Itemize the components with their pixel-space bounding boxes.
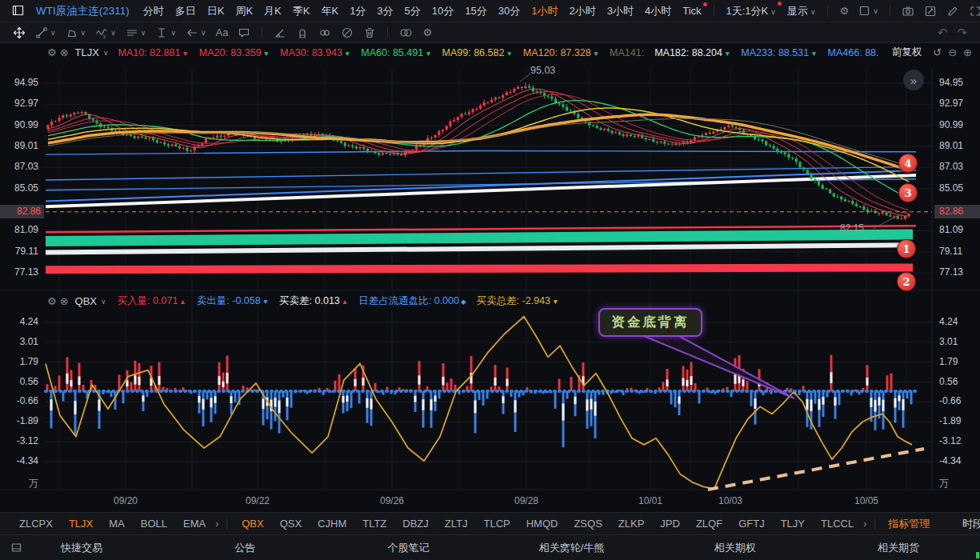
ma-value-MA141[interactable]: MA141: <box>610 47 644 58</box>
ma-value-MA10[interactable]: MA10: 82.881▼ <box>118 47 189 58</box>
link-chain-icon[interactable] <box>318 26 331 39</box>
timeframe-30分[interactable]: 30分 <box>498 4 520 18</box>
timeframe-10分[interactable]: 10分 <box>432 4 454 18</box>
composite-interval-button[interactable]: 1天:1分K∨ <box>726 4 776 18</box>
timeframe-月K[interactable]: 月K <box>264 4 282 18</box>
pencil-icon[interactable] <box>946 5 959 18</box>
measure-tool-icon[interactable]: ∨ <box>155 26 176 39</box>
timeframe-周K[interactable]: 周K <box>235 4 253 18</box>
timeframe-分时[interactable]: 分时 <box>143 4 164 18</box>
fullscreen-icon[interactable] <box>969 5 980 18</box>
symbol-title[interactable]: WTI原油主连(2311) <box>36 4 130 18</box>
tab-TLCP[interactable]: TLCP <box>483 518 510 530</box>
sequence-badge-4[interactable]: 4 <box>898 154 918 173</box>
sub-settings-gear-icon[interactable]: ⚙ <box>47 295 57 307</box>
adjust-mode-label[interactable]: 前复权 <box>892 46 922 59</box>
timeframe-1分[interactable]: 1分 <box>350 4 366 18</box>
chevron-down-icon[interactable]: ∨ <box>101 298 106 306</box>
tab-ZLQF[interactable]: ZLQF <box>696 518 722 530</box>
tab-QBX[interactable]: QBX <box>242 518 263 530</box>
trash-icon[interactable] <box>363 26 376 39</box>
indicator-name[interactable]: TLJX <box>75 46 99 58</box>
tab-GFTJ[interactable]: GFTJ <box>738 518 765 530</box>
timeframe-日K[interactable]: 日K <box>207 4 225 18</box>
footer-window-icon[interactable] <box>11 542 22 553</box>
timeframe-1小时[interactable]: 1小时 <box>531 4 558 18</box>
timeframe-年K[interactable]: 年K <box>321 4 338 18</box>
ma-value-MA30[interactable]: MA30: 83.943▼ <box>280 47 350 58</box>
tab-EMA[interactable]: EMA <box>183 518 206 530</box>
cursor-move-icon[interactable] <box>13 26 26 39</box>
tab-JPD[interactable]: JPD <box>660 518 680 530</box>
display-menu[interactable]: 显示∨ <box>787 4 816 18</box>
sidebar-toggle-icon[interactable] <box>11 4 25 18</box>
tab-TLJY[interactable]: TLJY <box>781 518 805 530</box>
sequence-badge-3[interactable]: 3 <box>898 183 918 202</box>
arrow-tool-icon[interactable]: ∨ <box>186 26 206 39</box>
ma-value-MA20[interactable]: MA20: 83.359▼ <box>199 47 270 58</box>
ma-value-MA233[interactable]: MA233: 88.531▼ <box>741 47 817 58</box>
timeframe-3分[interactable]: 3分 <box>377 4 393 18</box>
magnet-icon[interactable] <box>296 26 309 39</box>
draw-settings-gear-icon[interactable]: ⚙ <box>422 26 432 38</box>
indicator-close-icon[interactable]: ⊗ <box>60 46 69 58</box>
collapse-panel-icon[interactable]: » <box>903 70 924 90</box>
text-tool-icon[interactable]: Aa <box>216 26 229 38</box>
tab-ZLCPX[interactable]: ZLCPX <box>19 518 53 530</box>
layout-select-icon[interactable]: ∨ <box>858 5 878 17</box>
footer-link[interactable]: 快捷交易 <box>0 541 163 555</box>
note-edit-icon[interactable] <box>924 5 937 18</box>
ma-value-MA99[interactable]: MA99: 86.582▼ <box>442 47 513 58</box>
screenshot-camera-icon[interactable] <box>902 5 914 18</box>
tab-ZSQS[interactable]: ZSQS <box>574 518 602 530</box>
ma-value-MA182[interactable]: MA182: 88.204▼ <box>654 47 730 58</box>
ma-value-MA120[interactable]: MA120: 87.328▼ <box>523 47 599 58</box>
chart-canvas[interactable] <box>0 0 980 560</box>
hide-drawings-icon[interactable] <box>341 26 354 39</box>
tabs-more-icon[interactable]: › <box>863 518 866 530</box>
sub-close-icon[interactable]: ⊗ <box>60 295 69 307</box>
timeframe-Tick[interactable]: Tick <box>682 5 701 17</box>
settings-gear-icon[interactable]: ⚙ <box>839 5 849 17</box>
indicator-manage-button[interactable]: 指标管理 <box>888 517 930 531</box>
angle-tool-icon[interactable] <box>274 26 286 39</box>
wave-tool-icon[interactable]: 3∨ <box>95 26 116 39</box>
timeframe-5分[interactable]: 5分 <box>405 4 421 18</box>
tab-MA[interactable]: MA <box>109 518 125 530</box>
footer-link[interactable]: 个股笔记 <box>326 541 490 555</box>
session-label[interactable]: 时段 <box>962 517 980 531</box>
tab-TLCCL[interactable]: TLCCL <box>821 518 854 530</box>
sequence-badge-2[interactable]: 2 <box>897 272 916 291</box>
reset-zoom-icon[interactable]: ↺ <box>933 46 942 58</box>
trendline-tool-icon[interactable]: ∨ <box>35 26 56 39</box>
zoom-out-icon[interactable]: ⊖ <box>948 46 957 58</box>
tab-BOLL[interactable]: BOLL <box>141 518 167 530</box>
tab-CJHM[interactable]: CJHM <box>318 518 346 530</box>
tabs-more-icon[interactable]: › <box>215 518 218 530</box>
footer-link[interactable]: 公告 <box>163 541 326 555</box>
tab-HMQD[interactable]: HMQD <box>526 518 558 530</box>
undo-icon[interactable]: ↶ <box>938 26 948 40</box>
tab-DBZJ[interactable]: DBZJ <box>402 518 429 530</box>
tab-TLJX[interactable]: TLJX <box>69 518 93 530</box>
sequence-badge-1[interactable]: 1 <box>897 239 916 258</box>
redo-icon[interactable]: ↷ <box>957 26 967 40</box>
comment-tool-icon[interactable] <box>238 26 250 39</box>
timeframe-15分[interactable]: 15分 <box>465 4 486 18</box>
compare-icon[interactable] <box>399 26 413 39</box>
timeframe-3小时[interactable]: 3小时 <box>607 4 634 18</box>
timeframe-4小时[interactable]: 4小时 <box>645 4 671 18</box>
chevron-down-icon[interactable]: ∨ <box>103 49 109 57</box>
sub-indicator-name[interactable]: QBX <box>75 295 97 307</box>
timeframe-多日[interactable]: 多日 <box>175 4 196 18</box>
polygon-tool-icon[interactable]: ∨ <box>66 26 86 39</box>
footer-link[interactable]: 相关窝轮/牛熊 <box>490 541 654 555</box>
indicator-settings-gear-icon[interactable]: ⚙ <box>47 46 57 58</box>
tab-TLTZ[interactable]: TLTZ <box>362 518 386 530</box>
timeframe-季K[interactable]: 季K <box>293 4 310 18</box>
tab-ZLTJ[interactable]: ZLTJ <box>445 518 468 530</box>
tab-ZLKP[interactable]: ZLKP <box>618 518 645 530</box>
ma-value-MA466[interactable]: MA466: 88. <box>828 47 879 58</box>
lines-tool-icon[interactable]: ∨ <box>126 26 146 39</box>
footer-link[interactable]: 相关期权 <box>654 541 817 555</box>
